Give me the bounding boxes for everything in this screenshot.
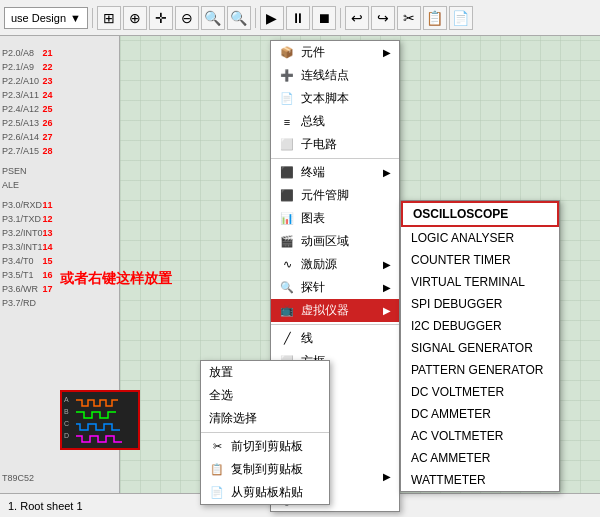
menu-item-label: 连线结点 — [301, 67, 349, 84]
toolbar: use Design ▼ ⊞ ⊕ ✛ ⊖ 🔍 🔍 ▶ ⏸ ⏹ ↩ ↪ ✂ 📋 📄 — [0, 0, 600, 36]
zoom-fit-button[interactable]: 🔍 — [227, 6, 251, 30]
redo-button[interactable]: ↪ — [371, 6, 395, 30]
menu-item-label: 清除选择 — [209, 410, 257, 427]
undo-button[interactable]: ↩ — [345, 6, 369, 30]
wire-node-icon: ➕ — [279, 68, 295, 84]
pin-row: P2.0/A8 21 — [2, 46, 53, 60]
pin-row: P3.5/T1 16 — [2, 268, 53, 282]
menu-item-pin[interactable]: ⬛ 元件管脚 — [271, 184, 399, 207]
pin-row: P3.0/RXD 11 — [2, 198, 53, 212]
component-button[interactable]: ⊕ — [123, 6, 147, 30]
menu-item-label: 元件 — [301, 44, 325, 61]
menu-item-script[interactable]: 📄 文本脚本 — [271, 87, 399, 110]
pin-num: 22 — [43, 60, 53, 74]
arrow-icon: ▶ — [383, 259, 391, 270]
submenu-item-ac-ammeter[interactable]: AC AMMETER — [401, 447, 559, 469]
zoom-out-button[interactable]: ⊖ — [175, 6, 199, 30]
submenu-item-i2c-debugger[interactable]: I2C DEBUGGER — [401, 315, 559, 337]
submenu-item-pattern-generator[interactable]: PATTERN GENERATOR — [401, 359, 559, 381]
pin-label: P3.2/INT0 — [2, 226, 43, 240]
probe-icon: 🔍 — [279, 280, 295, 296]
submenu-item-ac-voltmeter[interactable]: AC VOLTMETER — [401, 425, 559, 447]
menu-item-label: 从剪贴板粘贴 — [231, 484, 303, 501]
pin-icon: ⬛ — [279, 188, 295, 204]
secondary-context-menu: 放置 全选 清除选择 ✂ 前切到剪贴板 📋 复制到剪贴板 📄 从剪贴板粘贴 — [200, 360, 330, 505]
submenu-item-label: DC AMMETER — [411, 407, 491, 421]
menu-item-label: 图表 — [301, 210, 325, 227]
menu-item-bus[interactable]: ≡ 总线 — [271, 110, 399, 133]
menu-item-label: 总线 — [301, 113, 325, 130]
line-icon: ╱ — [279, 331, 295, 347]
submenu-item-signal-generator[interactable]: SIGNAL GENERATOR — [401, 337, 559, 359]
arrow-icon: ▶ — [383, 47, 391, 58]
menu-item-label: 动画区域 — [301, 233, 349, 250]
pin-label: ALE — [2, 178, 19, 192]
cut-button[interactable]: ✂ — [397, 6, 421, 30]
menu-item-clear-selection[interactable]: 清除选择 — [201, 407, 329, 430]
menu-item-animation[interactable]: 🎬 动画区域 — [271, 230, 399, 253]
submenu-item-label: COUNTER TIMER — [411, 253, 511, 267]
pin-row: P2.4/A12 25 — [2, 102, 53, 116]
pin-label: P2.6/A14 — [2, 130, 39, 144]
svg-text:C: C — [64, 420, 69, 427]
pin-row: P3.3/INT1 14 — [2, 240, 53, 254]
pin-num: 28 — [43, 144, 53, 158]
pin-row: P3.2/INT0 13 — [2, 226, 53, 240]
pin-label: P2.7/A15 — [2, 144, 39, 158]
svg-text:A: A — [64, 396, 69, 403]
submenu-item-wattmeter[interactable]: WATTMETER — [401, 469, 559, 491]
design-dropdown[interactable]: use Design ▼ — [4, 7, 88, 29]
virtual-instrument-icon: 📺 — [279, 303, 295, 319]
menu-item-probe[interactable]: 🔍 探针 ▶ — [271, 276, 399, 299]
submenu-item-dc-ammeter[interactable]: DC AMMETER — [401, 403, 559, 425]
menu-item-cut[interactable]: ✂ 前切到剪贴板 — [201, 435, 329, 458]
pin-row: P3.1/TXD 12 — [2, 212, 53, 226]
copy-button[interactable]: 📋 — [423, 6, 447, 30]
pin-row: P2.6/A14 27 — [2, 130, 53, 144]
menu-item-label: 线 — [301, 330, 313, 347]
stop-button[interactable]: ⏹ — [312, 6, 336, 30]
pause-button[interactable]: ⏸ — [286, 6, 310, 30]
pin-label: P2.5/A13 — [2, 116, 39, 130]
submenu-item-label: VIRTUAL TERMINAL — [411, 275, 525, 289]
submenu-item-label: SPI DEBUGGER — [411, 297, 502, 311]
menu-item-label: 元件管脚 — [301, 187, 349, 204]
toolbar-separator-2 — [255, 8, 256, 28]
submenu-item-label: I2C DEBUGGER — [411, 319, 502, 333]
paste-button[interactable]: 📄 — [449, 6, 473, 30]
grid-button[interactable]: ⊞ — [97, 6, 121, 30]
annotation-text: 或者右键这样放置 — [60, 270, 172, 288]
menu-item-stimulus[interactable]: ∿ 激励源 ▶ — [271, 253, 399, 276]
menu-item-wire-node[interactable]: ➕ 连线结点 — [271, 64, 399, 87]
cut-icon: ✂ — [209, 439, 225, 455]
menu-item-virtual-instruments[interactable]: 📺 虚拟仪器 ▶ — [271, 299, 399, 322]
submenu-item-spi-debugger[interactable]: SPI DEBUGGER — [401, 293, 559, 315]
menu-item-label: 探针 — [301, 279, 325, 296]
submenu-item-logic-analyser[interactable]: LOGIC ANALYSER — [401, 227, 559, 249]
wire-button[interactable]: ✛ — [149, 6, 173, 30]
submenu-item-counter-timer[interactable]: COUNTER TIMER — [401, 249, 559, 271]
menu-item-label: 激励源 — [301, 256, 337, 273]
pin-label: P2.3/A11 — [2, 88, 39, 102]
menu-item-paste[interactable]: 📄 从剪贴板粘贴 — [201, 481, 329, 504]
arrow-icon: ▶ — [383, 471, 391, 482]
menu-item-line[interactable]: ╱ 线 — [271, 327, 399, 350]
menu-item-terminal[interactable]: ⬛ 终端 ▶ — [271, 161, 399, 184]
menu-item-label: 子电路 — [301, 136, 337, 153]
waveform-component[interactable]: A B C D — [60, 390, 140, 450]
pin-row: P3.7/RD — [2, 296, 53, 310]
menu-item-subcircuit[interactable]: ⬜ 子电路 — [271, 133, 399, 156]
menu-item-copy[interactable]: 📋 复制到剪贴板 — [201, 458, 329, 481]
submenu-item-oscilloscope[interactable]: OSCILLOSCOPE — [401, 201, 559, 227]
menu-item-select-all[interactable]: 全选 — [201, 384, 329, 407]
run-button[interactable]: ▶ — [260, 6, 284, 30]
submenu-item-dc-voltmeter[interactable]: DC VOLTMETER — [401, 381, 559, 403]
menu-item-component[interactable]: 📦 元件 ▶ — [271, 41, 399, 64]
menu-item-place[interactable]: 放置 — [201, 361, 329, 384]
pin-num: 23 — [43, 74, 53, 88]
menu-item-chart[interactable]: 📊 图表 — [271, 207, 399, 230]
submenu-item-virtual-terminal[interactable]: VIRTUAL TERMINAL — [401, 271, 559, 293]
zoom-in-button[interactable]: 🔍 — [201, 6, 225, 30]
arrow-icon: ▶ — [383, 305, 391, 316]
pin-row: P2.2/A10 23 — [2, 74, 53, 88]
